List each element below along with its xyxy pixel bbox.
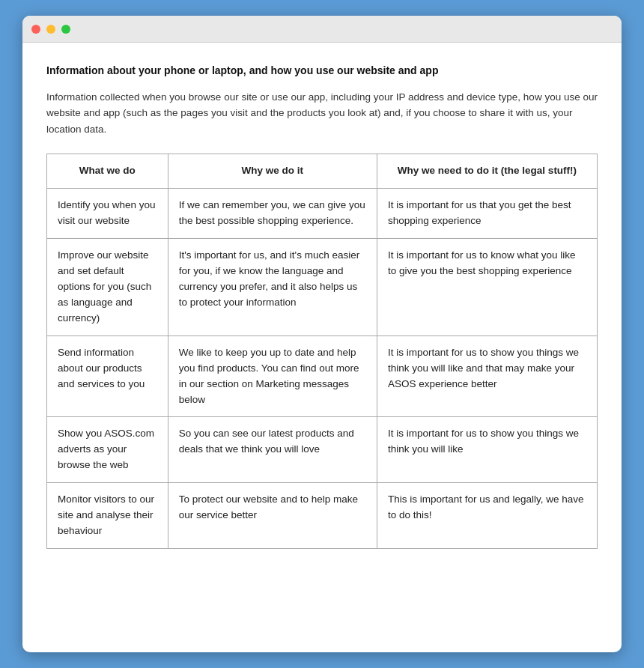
table-cell-r0-c0: Identify you when you visit our website (47, 189, 168, 239)
table-header-row: What we do Why we do it Why we need to d… (47, 154, 598, 189)
table-cell-r1-c0: Improve our website and set default opti… (47, 239, 168, 336)
table-row: Monitor visitors to our site and analyse… (47, 483, 598, 549)
table-cell-r2-c2: It is important for us to show you thing… (377, 335, 597, 417)
table-cell-r4-c2: This is important for us and legally, we… (377, 483, 597, 549)
table-row: Improve our website and set default opti… (47, 239, 598, 336)
intro-paragraph: Information collected when you browse ou… (46, 89, 598, 138)
privacy-table: What we do Why we do it Why we need to d… (46, 154, 598, 549)
table-cell-r0-c1: If we can remember you, we can give you … (168, 189, 377, 239)
table-cell-r4-c1: To protect our website and to help make … (168, 483, 377, 549)
table-cell-r0-c2: It is important for us that you get the … (377, 189, 597, 239)
minimize-button[interactable] (46, 25, 55, 34)
maximize-button[interactable] (61, 25, 70, 34)
table-row: Send information about our products and … (47, 335, 598, 417)
titlebar (22, 16, 622, 43)
col-header-what: What we do (47, 154, 168, 189)
table-cell-r2-c1: We like to keep you up to date and help … (168, 335, 377, 417)
table-cell-r1-c2: It is important for us to know what you … (377, 239, 597, 336)
page-content: Information about your phone or laptop, … (22, 43, 622, 573)
col-header-legal: Why we need to do it (the legal stuff!) (377, 154, 597, 189)
col-header-why: Why we do it (168, 154, 377, 189)
table-cell-r4-c0: Monitor visitors to our site and analyse… (47, 483, 168, 549)
table-row: Identify you when you visit our websiteI… (47, 189, 598, 239)
table-cell-r3-c2: It is important for us to show you thing… (377, 417, 597, 483)
table-row: Show you ASOS.com adverts as your browse… (47, 417, 598, 483)
table-cell-r3-c0: Show you ASOS.com adverts as your browse… (47, 417, 168, 483)
table-cell-r3-c1: So you can see our latest products and d… (168, 417, 377, 483)
table-cell-r2-c0: Send information about our products and … (47, 335, 168, 417)
close-button[interactable] (31, 25, 40, 34)
table-cell-r1-c1: It's important for us, and it's much eas… (168, 239, 377, 336)
browser-window: Information about your phone or laptop, … (22, 16, 622, 652)
page-title: Information about your phone or laptop, … (46, 64, 598, 79)
